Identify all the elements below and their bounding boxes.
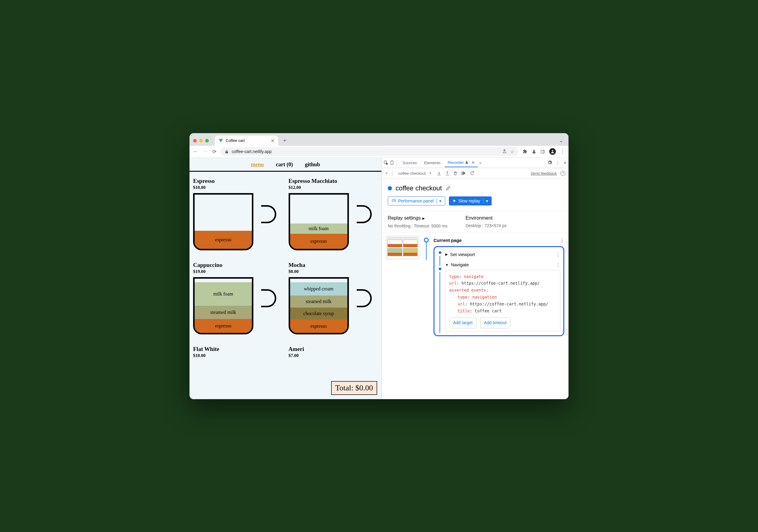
lock-icon[interactable] [225,150,229,154]
kebab-icon[interactable]: ⋮ [556,161,560,165]
timeline-dot-icon [439,251,441,254]
layer-espresso: espresso [195,231,252,249]
product-price: $7.00 [289,353,378,358]
layer-steamed: steamed milk [195,306,252,319]
close-window-icon[interactable] [193,139,197,143]
edit-title-icon[interactable] [446,185,451,191]
layer-espresso: espresso [195,319,252,333]
gauge-icon [392,199,396,203]
step-icon[interactable] [461,171,466,176]
svg-point-2 [552,150,553,151]
product-flatwhite[interactable]: Flat White $18.00 [193,346,283,358]
performance-panel-button[interactable]: Performance panel ▾ [388,196,445,206]
add-timeout-button[interactable]: Add timeout [480,317,511,328]
timeout-value: Timeout: 5000 ms [410,223,447,228]
labs-icon[interactable] [532,150,536,154]
svg-rect-0 [541,150,544,153]
redo-icon[interactable] [470,171,474,176]
flask-icon [465,161,468,164]
panel-icon[interactable] [540,150,545,154]
export-icon[interactable] [437,171,441,176]
step-thumbnail [386,236,419,259]
tab-recorder[interactable]: Recorder ✕ [445,158,478,167]
step-detail: type: navigate url: https://coffee-cart.… [445,270,560,332]
layer-choc: chocolate syrup [290,308,347,319]
browser-tab[interactable]: Coffee cart ✕ [215,136,278,146]
chevron-right-icon: ▶ [445,252,448,256]
svg-rect-4 [391,161,393,164]
step-set-viewport[interactable]: ▶ Set viewport ⋮ [445,249,560,260]
svg-point-6 [394,201,395,201]
recorder-toolbar: ＋ coffee checkout Send feedbac [382,168,568,179]
content-area: menu cart (0) github Espresso $10.00 esp… [190,158,568,399]
throttling-value: No throttling [388,223,410,228]
kebab-menu-icon[interactable]: ⋮ [560,149,565,154]
chevron-down-icon[interactable]: ▾ [436,199,441,203]
bookmark-icon[interactable]: ☆ [510,149,514,154]
steps-list: Current page ⋮ [382,233,568,399]
extension-icons: ⋮ [523,148,565,155]
new-tab-button[interactable]: ＋ [281,136,289,145]
recording-title: coffee checkout [396,184,442,192]
product-americano[interactable]: Ameri $7.00 [289,346,378,358]
delete-icon[interactable] [453,171,458,176]
step-kebab-icon[interactable]: ⋮ [556,262,560,268]
tab-sources[interactable]: Sources [399,159,420,167]
nav-github[interactable]: github [305,161,320,168]
step-navigate[interactable]: ▼ Navigate ⋮ type: navigate url: https:/… [445,260,560,333]
tab-strip: Coffee cart ✕ ＋ ⌄ [190,133,568,146]
maximize-window-icon[interactable] [205,139,209,143]
tab-elements[interactable]: Elements [421,159,443,167]
cart-total[interactable]: Total: $0.00 [331,381,377,395]
help-icon[interactable]: ? [560,171,566,176]
chevron-down-icon[interactable]: ▾ [483,199,488,203]
layer-whip: whipped cream [290,282,347,295]
replay-settings[interactable]: Replay settings ▸ No throttlingTimeout: … [388,216,447,228]
layer-steamed: steamed milk [290,295,347,308]
minimize-window-icon[interactable] [199,139,203,143]
inspect-icon[interactable] [384,160,388,165]
product-mocha[interactable]: Mocha $8.00 espresso chocolate syrup ste… [289,262,378,337]
devtools-panel: Sources Elements Recorder ✕ » ⋮ ✕ ＋ [382,158,568,399]
add-target-button[interactable]: Add target [449,317,477,328]
add-recording-icon[interactable]: ＋ [385,171,389,176]
settings-icon[interactable] [547,160,552,165]
import-icon[interactable] [445,171,450,176]
share-icon[interactable] [502,149,507,154]
device-icon[interactable] [390,160,395,165]
close-tab-icon[interactable]: ✕ [471,160,475,165]
profile-avatar[interactable] [549,148,556,155]
nav-cart[interactable]: cart (0) [276,161,293,168]
close-devtools-icon[interactable]: ✕ [563,161,567,165]
product-price: $10.00 [193,185,283,190]
recording-header: coffee checkout [382,179,568,196]
tabs-overflow-icon[interactable]: ⌄ [559,138,563,143]
product-name: Flat White [193,346,283,352]
recording-select[interactable]: coffee checkout [396,170,433,177]
reload-icon[interactable]: ⟳ [212,149,216,154]
product-name: Espresso Macchiato [289,178,378,184]
feedback-link[interactable]: Send feedback [531,171,557,176]
step-kebab-icon[interactable]: ⋮ [556,252,560,257]
vue-favicon-icon [219,138,223,143]
chevron-right-icon: ▸ [422,216,425,221]
layer-espresso: espresso [290,234,347,249]
forward-icon: → [203,149,208,154]
layer-espresso: espresso [290,319,347,333]
back-icon[interactable]: ← [193,149,198,154]
step-kebab-icon[interactable]: ⋮ [560,238,564,243]
chrome-top: Coffee cart ✕ ＋ ⌄ ← → ⟳ coffee-cart.netl… [190,133,568,158]
tab-title: Coffee cart [226,138,245,143]
product-cappuccino[interactable]: Cappuccino $19.00 espresso steamed milk … [193,262,283,337]
more-tabs-icon[interactable]: » [479,161,481,165]
slow-replay-button[interactable]: Slow replay ▾ [449,196,491,206]
devtools-tabs: Sources Elements Recorder ✕ » ⋮ ✕ [382,158,568,168]
extensions-icon[interactable] [523,149,528,154]
product-grid: Espresso $10.00 espresso Espresso Macchi… [190,172,381,364]
url-field[interactable]: coffee-cart.netlify.app ☆ [221,147,519,156]
close-tab-icon[interactable]: ✕ [271,138,274,143]
product-espresso[interactable]: Espresso $10.00 espresso [193,178,283,253]
product-macchiato[interactable]: Espresso Macchiato $12.00 espresso milk … [289,178,378,253]
nav-menu[interactable]: menu [251,161,264,168]
step-title[interactable]: Current page ⋮ [433,236,564,245]
